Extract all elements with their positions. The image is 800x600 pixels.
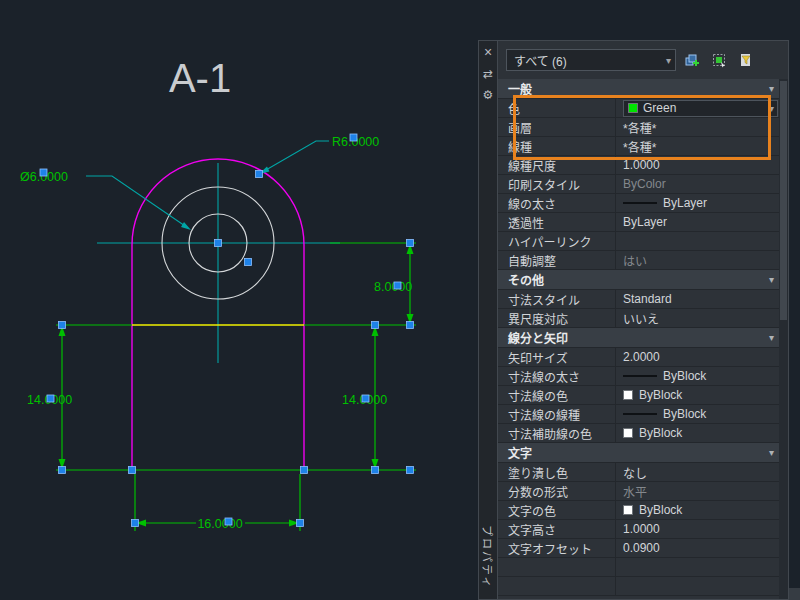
color-dropdown[interactable]: Green▾ [623,100,778,117]
property-value[interactable]: ByBlock [616,405,788,423]
property-value[interactable]: ByColor [616,175,788,193]
grip[interactable] [350,134,357,141]
property-value-text: ByBlock [639,503,682,517]
property-value[interactable]: 1.0000 [616,156,788,174]
leader-radius-r6[interactable]: R6.0000 [259,135,379,174]
section-header-2[interactable]: 線分と矢印▾ [498,328,788,348]
property-value[interactable]: Standard [616,290,788,308]
property-label: 文字の色 [498,501,616,519]
grip[interactable] [47,395,54,402]
leader-line[interactable] [86,176,188,228]
property-value[interactable]: ByBlock [616,424,788,442]
property-label: 線種尺度 [498,156,616,174]
panel-scrollbar[interactable] [779,79,788,599]
grip[interactable] [407,322,414,329]
leader-line[interactable] [259,141,329,174]
section-header-0[interactable]: 一般▾ [498,79,788,99]
property-value[interactable]: 水平 [616,482,788,500]
property-label: 矢印サイズ [498,348,616,366]
color-value: Green [643,101,676,115]
object-type-value: すべて (6) [514,52,567,69]
grip[interactable] [372,467,379,474]
grip[interactable] [256,171,263,178]
grip[interactable] [407,467,414,474]
dim-text[interactable]: 8.0000 [374,280,412,294]
property-row: 分数の形式水平 [498,482,788,501]
property-row: 画層*各種* [498,118,788,137]
property-label: 寸法線の太さ [498,367,616,385]
select-objects-button[interactable] [708,50,730,70]
properties-list: 一般▾色Green▾画層*各種*線種*各種*線種尺度1.0000印刷スタイルBy… [498,79,788,599]
property-value[interactable] [616,577,788,595]
property-label: 画層 [498,118,616,136]
quick-select-icon [738,52,754,68]
palette-main: すべて (6) ▾ [497,40,789,600]
property-value[interactable]: ByBlock [616,501,788,519]
leader-diameter-d6[interactable]: Ø6.0000 [20,170,191,230]
property-label: 線種 [498,137,616,155]
palette-tab-strip: × ⇄ ⚙ プロパティ [478,40,497,600]
property-row: 寸法線の太さByBlock [498,367,788,386]
grip[interactable] [215,240,222,247]
grip[interactable] [301,467,308,474]
dim-text[interactable]: 16.0000 [197,517,242,531]
property-row: 寸法線の線種ByBlock [498,405,788,424]
property-value[interactable] [616,232,788,250]
grip[interactable] [245,259,252,266]
property-value[interactable]: Green▾ [616,99,788,117]
property-value[interactable]: はい [616,251,788,269]
color-swatch [623,505,633,515]
property-value[interactable]: ByLayer [616,194,788,212]
property-value[interactable]: 1.0000 [616,520,788,538]
gear-icon[interactable]: ⚙ [483,89,494,101]
grip[interactable] [407,240,414,247]
property-row: 矢印サイズ2.0000 [498,348,788,367]
property-value[interactable]: いいえ [616,309,788,327]
grip[interactable] [59,467,66,474]
grip[interactable] [40,169,47,176]
property-label: 印刷スタイル [498,175,616,193]
quick-select-button[interactable] [735,50,757,70]
property-value[interactable]: ByLayer [616,213,788,231]
grip[interactable] [297,520,304,527]
scrollbar-thumb[interactable] [780,81,787,320]
property-value[interactable]: ByBlock [616,367,788,385]
grip[interactable] [372,322,379,329]
object-type-select[interactable]: すべて (6) ▾ [506,49,676,71]
auto-hide-icon[interactable]: ⇄ [483,68,493,80]
chevron-down-icon: ▾ [769,103,774,114]
section-header-1[interactable]: その他▾ [498,270,788,290]
property-value[interactable] [616,558,788,576]
lineweight-preview [623,202,657,204]
property-value[interactable]: 2.0000 [616,348,788,366]
chevron-down-icon: ▾ [666,55,671,66]
grip[interactable] [129,467,136,474]
property-label: 寸法線の色 [498,386,616,404]
property-row: 寸法線の色ByBlock [498,386,788,405]
grip-points[interactable] [40,134,414,527]
property-value-text: ByBlock [663,369,706,383]
grip[interactable] [132,520,139,527]
property-row: 線種尺度1.0000 [498,156,788,175]
drawing-title-text[interactable]: A-1 [169,56,231,100]
grip[interactable] [394,282,401,289]
grip[interactable] [225,518,232,525]
property-value[interactable]: なし [616,463,788,481]
close-icon[interactable]: × [484,45,492,59]
grip[interactable] [59,322,66,329]
property-value[interactable]: 0.0900 [616,539,788,557]
section-header-3[interactable]: 文字▾ [498,443,788,463]
dimension-width-16[interactable]: 16.0000 [135,517,300,531]
lineweight-preview [623,413,657,415]
property-label: 自動調整 [498,251,616,269]
property-label: 寸法スタイル [498,290,616,308]
property-value[interactable]: *各種* [616,118,788,136]
property-row: 塗り潰し色なし [498,463,788,482]
property-value[interactable]: *各種* [616,137,788,155]
property-label: 異尺度対応 [498,309,616,327]
property-value[interactable]: ByBlock [616,386,788,404]
pickadd-toggle-button[interactable] [681,50,703,70]
resize-corner [788,588,800,600]
grip[interactable] [362,395,369,402]
arrowhead-icon [181,222,191,230]
